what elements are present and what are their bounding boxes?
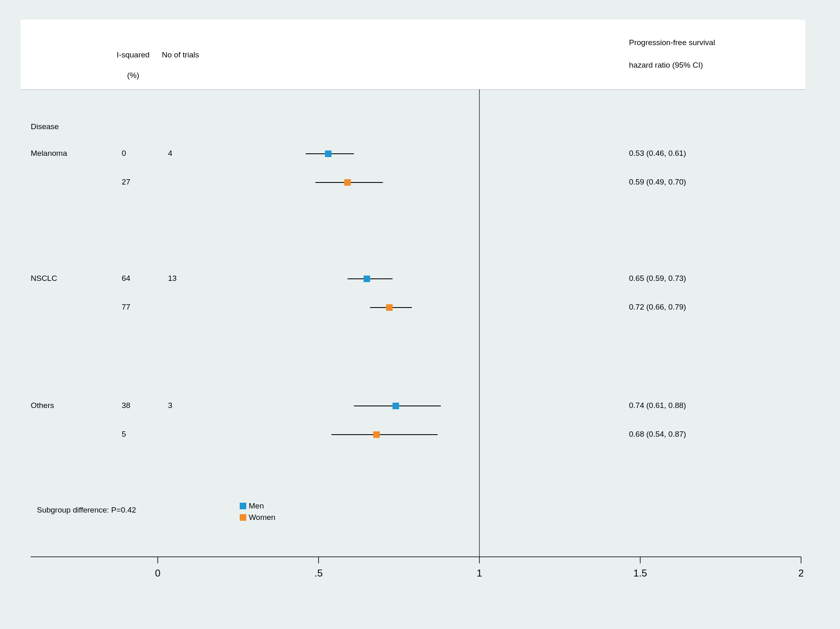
svg-rect-15 — [344, 179, 351, 186]
plot-area: I-squared (%) No of trials Progression-f… — [23, 20, 807, 590]
svg-text:.5: .5 — [314, 567, 322, 579]
svg-rect-13 — [325, 150, 331, 157]
svg-rect-23 — [373, 431, 380, 438]
svg-text:1: 1 — [477, 567, 482, 579]
figure-container: I-squared (%) No of trials Progression-f… — [0, 0, 840, 629]
svg-text:2: 2 — [798, 567, 804, 579]
svg-rect-21 — [393, 403, 399, 409]
svg-rect-19 — [386, 304, 393, 311]
forest-svg: 0.511.52 — [23, 20, 807, 590]
svg-rect-17 — [363, 276, 370, 282]
svg-text:0: 0 — [155, 567, 160, 579]
svg-text:1.5: 1.5 — [633, 567, 647, 579]
